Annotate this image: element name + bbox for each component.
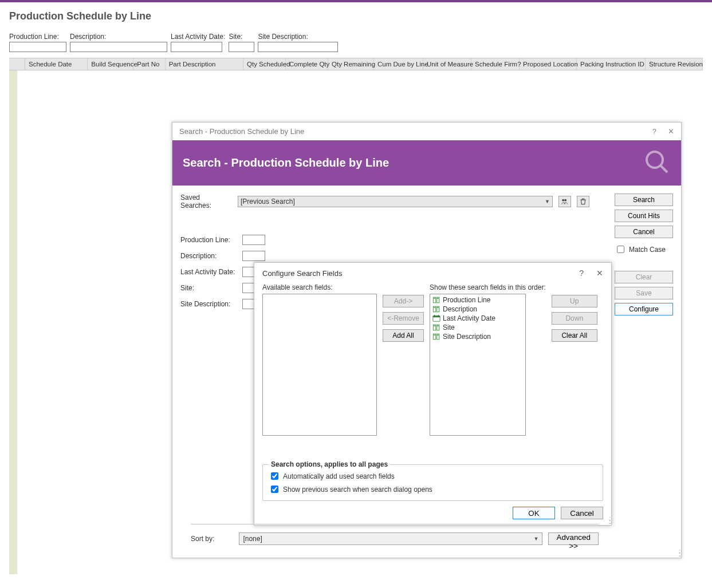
filter-label-site: Site:: [229, 33, 254, 41]
grid-column-header[interactable]: Proposed Location: [520, 58, 577, 70]
search-banner-title: Search - Production Schedule by Line: [183, 156, 389, 169]
svg-rect-19: [437, 326, 439, 326]
resize-grip-icon[interactable]: .:.:.: [679, 550, 680, 557]
ordered-field-item[interactable]: Site Description: [431, 332, 524, 341]
sf-input-production-line[interactable]: [242, 235, 265, 245]
svg-rect-7: [437, 298, 439, 299]
ordered-fields-list[interactable]: Production LineDescriptionLast Activity …: [430, 294, 526, 436]
chevron-down-icon: ▼: [545, 199, 550, 204]
filter-input-description[interactable]: [70, 42, 167, 52]
search-dialog-title: Search - Production Schedule by Line: [179, 127, 304, 136]
filter-label-site-description: Site Description:: [258, 33, 338, 41]
grid-column-header[interactable]: Schedule Date: [25, 58, 88, 70]
svg-point-2: [562, 199, 564, 202]
svg-rect-13: [433, 316, 440, 318]
ordered-field-item[interactable]: Last Activity Date: [431, 314, 524, 323]
sf-label-production-line: Production Line:: [180, 236, 238, 244]
grid-column-header[interactable]: Complete Qty: [286, 58, 328, 70]
filter-label-description: Description:: [70, 33, 167, 41]
add-button[interactable]: Add->: [383, 295, 424, 307]
down-button[interactable]: Down: [552, 312, 597, 325]
configure-dialog-title: Configure Search Fields: [262, 269, 342, 278]
page-title: Production Schedule by Line: [9, 10, 703, 22]
up-button[interactable]: Up: [552, 295, 597, 307]
magnifier-icon: [643, 148, 671, 177]
remove-button[interactable]: <-Remove: [383, 312, 424, 325]
grid-column-header[interactable]: Cum Due by Line: [374, 58, 423, 70]
svg-rect-23: [437, 335, 439, 336]
ordered-fields-label: Show these search fields in this order:: [430, 283, 546, 291]
close-icon[interactable]: ✕: [668, 127, 674, 136]
filter-label-production-line: Production Line:: [9, 33, 66, 41]
svg-line-1: [660, 165, 667, 172]
sort-row: Sort by: [none] ▼ Advanced >>: [191, 524, 599, 545]
sf-label-description: Description:: [180, 252, 238, 260]
match-case-label: Match Case: [629, 246, 666, 254]
sort-by-select[interactable]: [none] ▼: [239, 532, 542, 545]
grid-column-header[interactable]: Structure Revision: [646, 58, 703, 70]
grid-column-header[interactable]: Qty Remaining: [328, 58, 374, 70]
sf-label-last-activity-date: Last Activity Date:: [180, 268, 238, 276]
filter-row: Production Line: Description: Last Activ…: [9, 33, 703, 52]
svg-point-0: [647, 152, 663, 168]
ordered-field-item[interactable]: Site: [431, 323, 524, 332]
grid-column-header[interactable]: Part No: [133, 58, 165, 70]
show-prev-checkbox[interactable]: [271, 486, 278, 493]
configure-dialog: Configure Search Fields ? ✕ Available se…: [254, 262, 612, 526]
grid-column-header[interactable]: Build Sequence: [88, 58, 133, 70]
filter-input-site[interactable]: [229, 42, 254, 52]
side-buttons-col: Search Count Hits Cancel Match Case Clea…: [615, 194, 673, 553]
grid-column-header[interactable]: Packing Instruction ID: [577, 58, 646, 70]
saved-searches-label: Saved Searches:: [180, 194, 232, 210]
chevron-down-icon: ▼: [533, 536, 538, 542]
cancel-button[interactable]: Cancel: [615, 226, 673, 238]
clear-all-button[interactable]: Clear All: [552, 329, 597, 342]
share-icon-button[interactable]: [558, 196, 571, 207]
filter-input-last-activity-date[interactable]: [171, 42, 222, 52]
search-dialog-titlebar: Search - Production Schedule by Line ? ✕: [172, 123, 681, 140]
sort-by-label: Sort by:: [191, 535, 233, 543]
grid-column-header[interactable]: Part Description: [166, 58, 243, 70]
search-options-legend: Search options, applies to all pages: [269, 460, 390, 468]
filter-input-production-line[interactable]: [9, 42, 66, 52]
delete-icon-button[interactable]: [577, 196, 589, 207]
svg-rect-11: [437, 307, 439, 308]
available-fields-list[interactable]: [262, 294, 377, 436]
search-options-group: Search options, applies to all pages Aut…: [262, 464, 603, 501]
saved-searches-select[interactable]: [Previous Search] ▼: [238, 196, 553, 207]
available-fields-label: Available search fields:: [262, 283, 377, 291]
grid-column-header[interactable]: Unit of Measure: [423, 58, 471, 70]
ordered-field-item[interactable]: Description: [431, 305, 524, 314]
clear-button[interactable]: Clear: [615, 271, 673, 283]
help-icon[interactable]: ?: [652, 127, 656, 136]
sf-input-description[interactable]: [242, 251, 265, 261]
filter-input-site-description[interactable]: [258, 42, 338, 52]
svg-rect-22: [434, 335, 435, 336]
svg-rect-10: [434, 307, 435, 308]
saved-searches-row: Saved Searches: [Previous Search] ▼: [180, 194, 609, 210]
resize-grip-icon[interactable]: .:.:.: [609, 517, 610, 524]
search-dialog: Search - Production Schedule by Line ? ✕…: [172, 122, 682, 558]
auto-add-checkbox[interactable]: [271, 472, 278, 480]
cancel-button[interactable]: Cancel: [561, 507, 603, 519]
count-hits-button[interactable]: Count Hits: [615, 210, 673, 222]
add-all-button[interactable]: Add All: [383, 329, 424, 342]
grid-header: Schedule DateBuild SequencePart NoPart D…: [9, 58, 703, 70]
filter-label-last-activity-date: Last Activity Date:: [171, 33, 225, 41]
grid-column-header[interactable]: Qty Scheduled: [243, 58, 286, 70]
match-case-checkbox[interactable]: [617, 246, 624, 253]
ordered-field-item[interactable]: Production Line: [431, 295, 524, 305]
save-button[interactable]: Save: [615, 287, 673, 299]
close-icon[interactable]: ✕: [596, 269, 603, 278]
auto-add-label: Automatically add used search fields: [283, 472, 395, 480]
svg-rect-18: [434, 326, 435, 326]
svg-rect-6: [434, 298, 435, 299]
sf-label-site-description: Site Description:: [180, 300, 238, 308]
help-icon[interactable]: ?: [579, 269, 584, 278]
grid-column-header[interactable]: Schedule Firm?: [471, 58, 520, 70]
ok-button[interactable]: OK: [513, 507, 555, 519]
advanced-button[interactable]: Advanced >>: [548, 532, 599, 545]
configure-button[interactable]: Configure: [615, 303, 673, 315]
svg-point-3: [564, 199, 567, 202]
search-button[interactable]: Search: [615, 194, 673, 206]
